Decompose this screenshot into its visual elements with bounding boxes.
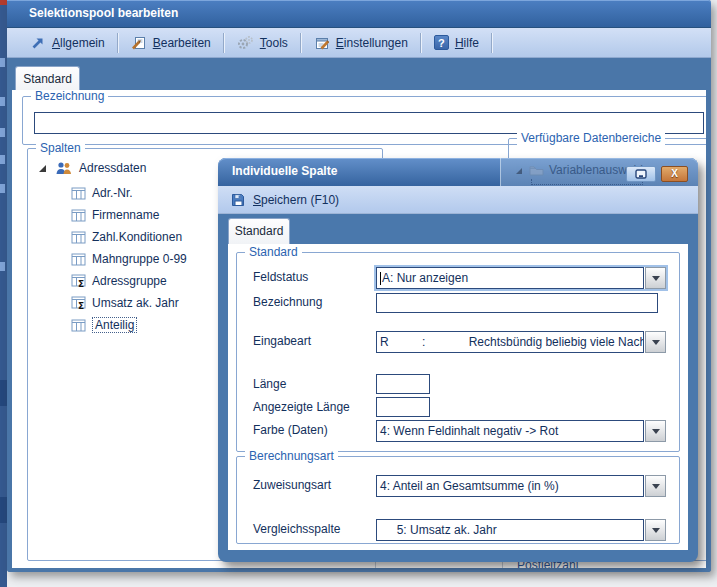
background-fragment: [0, 497, 7, 523]
folder-icon: [529, 165, 544, 176]
zuweisungsart-combobox[interactable]: 4: Anteil an Gesamtsumme (in %): [376, 475, 666, 497]
question-mark-icon: ?: [434, 35, 449, 50]
feldstatus-combobox[interactable]: A: Nur anzeigen: [376, 267, 666, 289]
svg-text:Σ: Σ: [78, 301, 84, 310]
column-icon: [71, 209, 86, 222]
zuweisungsart-dropdown-button[interactable]: [645, 475, 666, 497]
chevron-down-icon: [652, 429, 660, 434]
dialog-window-buttons: X: [626, 166, 688, 182]
dialog-title: Individuelle Spalte: [232, 164, 337, 178]
vergleichsspalte-label: Vergleichsspalte: [253, 522, 340, 536]
tree-item-mahngruppe[interactable]: Mahngruppe 0-99: [71, 250, 187, 268]
background-window-sliver: [0, 0, 7, 587]
feldstatus-dropdown-button[interactable]: [645, 267, 666, 289]
toolbar-separator: [117, 33, 119, 53]
background-fragment: [0, 128, 5, 137]
background-fragment: [0, 97, 5, 106]
main-toolbar: Allgemein Bearbeiten Tools: [7, 28, 711, 58]
tree-item-adr-nr[interactable]: Adr.-Nr.: [71, 184, 133, 202]
gears-icon: [237, 35, 254, 51]
form-pencil-icon: [314, 35, 330, 51]
question-glyph: ?: [438, 37, 445, 49]
farbe-label: Farbe (Daten): [253, 423, 328, 437]
group-berechnungsart: Berechnungsart Zuweisungsart 4: Anteil a…: [236, 456, 680, 544]
background-fragment: [0, 380, 7, 406]
toolbar-item-label: Allgemein: [52, 36, 105, 50]
tree-item-label: Zahl.Konditionen: [92, 230, 182, 244]
zuweisungsart-value: 4: Anteil an Gesamtsumme (in %): [380, 479, 559, 493]
chevron-down-icon: [652, 340, 660, 345]
feldstatus-value: A: Nur anzeigen: [382, 271, 468, 285]
farbe-dropdown-button[interactable]: [645, 420, 666, 442]
laenge-input[interactable]: 5: [376, 374, 430, 394]
toolbar-item-tools[interactable]: Tools: [228, 32, 297, 54]
background-fragment: [0, 262, 5, 271]
ghost-tree-item-variablenauswahl: Variablenauswahl: [515, 163, 643, 177]
vergleichsspalte-dropdown-button[interactable]: [645, 519, 666, 541]
dialog-individuelle-spalte: Individuelle Spalte Variablenauswahl: [218, 158, 698, 562]
tree-item-firmenname[interactable]: Firmenname: [71, 206, 159, 224]
column-icon: [71, 231, 86, 244]
chevron-down-icon: [652, 276, 660, 281]
toolbar-item-bearbeiten[interactable]: Bearbeiten: [122, 32, 220, 54]
toolbar-item-hilfe[interactable]: ? Hilfe: [425, 32, 488, 54]
farbe-combobox[interactable]: 4: Wenn Feldinhalt negativ -> Rot: [376, 420, 666, 442]
expand-triangle-icon[interactable]: [38, 163, 48, 173]
close-button[interactable]: X: [661, 166, 688, 182]
toolbar-separator: [300, 33, 302, 53]
column-sigma-icon: Σ: [71, 296, 86, 310]
tree-item-anteilig[interactable]: Anteilig: [71, 316, 137, 334]
close-icon: X: [671, 168, 678, 179]
tab-standard-main[interactable]: Standard: [15, 66, 80, 91]
eingabeart-label: Eingabeart: [253, 334, 311, 348]
toolbar-item-label: Einstellungen: [336, 36, 408, 50]
tree-item-adressdaten[interactable]: Adressdaten: [38, 159, 146, 177]
chevron-down-icon: [652, 484, 660, 489]
edit-page-icon: [131, 35, 147, 51]
tree-item-label: Adressgruppe: [92, 274, 167, 288]
window-titlebar[interactable]: Selektionspool bearbeiten: [7, 0, 711, 28]
vergleichsspalte-combobox[interactable]: 5: Umsatz ak. Jahr: [376, 519, 666, 541]
column-icon: [71, 187, 86, 200]
background-fragment: [0, 184, 5, 193]
svg-text:Σ: Σ: [78, 279, 84, 288]
farbe-field[interactable]: 4: Wenn Feldinhalt negativ -> Rot: [376, 420, 644, 442]
tree-item-label: Adressdaten: [79, 161, 146, 175]
window-title: Selektionspool bearbeiten: [29, 6, 178, 20]
vergleichsspalte-field[interactable]: 5: Umsatz ak. Jahr: [376, 519, 644, 541]
column-icon: [71, 253, 86, 266]
feldstatus-label: Feldstatus: [253, 270, 308, 284]
dialog-titlebar[interactable]: Individuelle Spalte Variablenauswahl: [218, 158, 698, 186]
dialog-toolbar: Speichern (F10): [218, 186, 698, 214]
angezeigte-laenge-label: Angezeigte Länge: [253, 400, 350, 414]
eingabeart-combobox[interactable]: R : Rechtsbündig beliebig viele Nachkomm…: [376, 331, 666, 353]
toolbar-item-label: Bearbeiten: [153, 36, 211, 50]
toolbar-separator: [420, 33, 422, 53]
dialog-content: Standard Feldstatus A: Nur anzeigen Beze…: [228, 244, 688, 550]
eingabeart-dropdown-button[interactable]: [645, 331, 666, 353]
group-label: Standard: [245, 245, 302, 259]
toolbar-item-einstellungen[interactable]: Einstellungen: [305, 32, 417, 54]
screenshot: Selektionspool bearbeiten Allgemein Bear…: [0, 0, 717, 587]
chevron-down-icon: [652, 528, 660, 533]
angezeigte-laenge-input[interactable]: 5: [376, 397, 430, 417]
feldstatus-field[interactable]: A: Nur anzeigen: [376, 267, 644, 289]
background-fragment: [0, 155, 5, 164]
bezeichnung-dialog-input[interactable]: Anteilig: [376, 293, 658, 313]
tab-label: Standard: [23, 72, 72, 86]
save-button[interactable]: Speichern (F10): [253, 193, 339, 207]
tab-standard-dialog[interactable]: Standard: [228, 218, 290, 244]
tab-label: Standard: [235, 224, 284, 238]
tree-item-umsatz[interactable]: Σ Umsatz ak. Jahr: [71, 294, 179, 312]
eingabeart-field[interactable]: R : Rechtsbündig beliebig viele Nachkomm…: [376, 331, 644, 353]
restore-window-button[interactable]: [626, 166, 656, 182]
tree-item-label: Umsatz ak. Jahr: [92, 296, 179, 310]
text-caret: [380, 272, 381, 285]
tree-item-adressgruppe[interactable]: Σ Adressgruppe: [71, 272, 167, 290]
toolbar-item-allgemein[interactable]: Allgemein: [21, 32, 114, 54]
tree-item-zahl-konditionen[interactable]: Zahl.Konditionen: [71, 228, 182, 246]
toolbar-separator: [491, 33, 493, 53]
toolbar-item-label: Hilfe: [455, 36, 479, 50]
group-label: Spalten: [36, 141, 85, 155]
zuweisungsart-field[interactable]: 4: Anteil an Gesamtsumme (in %): [376, 475, 644, 497]
